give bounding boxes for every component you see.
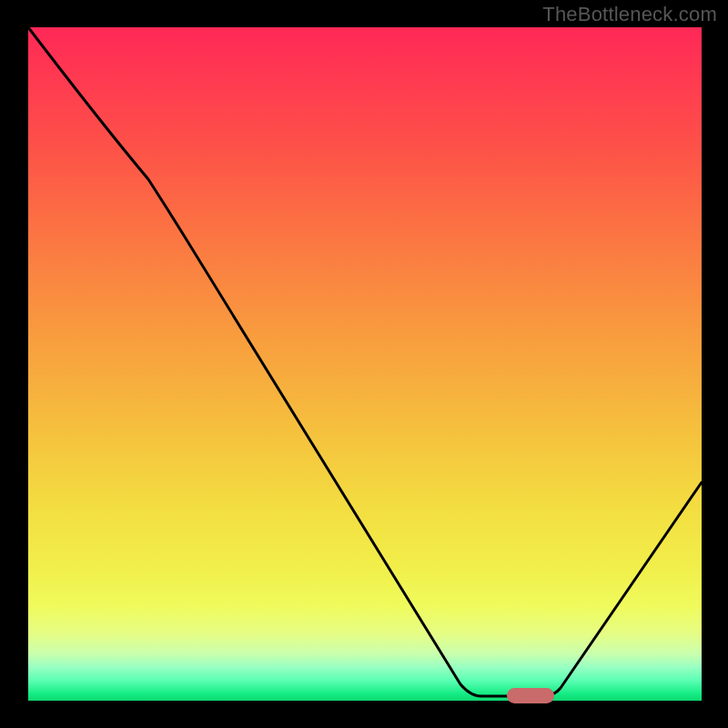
optimal-marker (507, 688, 554, 703)
chart-frame: TheBottleneck.com (0, 0, 728, 728)
watermark-text: TheBottleneck.com (542, 3, 717, 26)
bottleneck-curve (28, 27, 702, 701)
plot-area (28, 27, 702, 701)
